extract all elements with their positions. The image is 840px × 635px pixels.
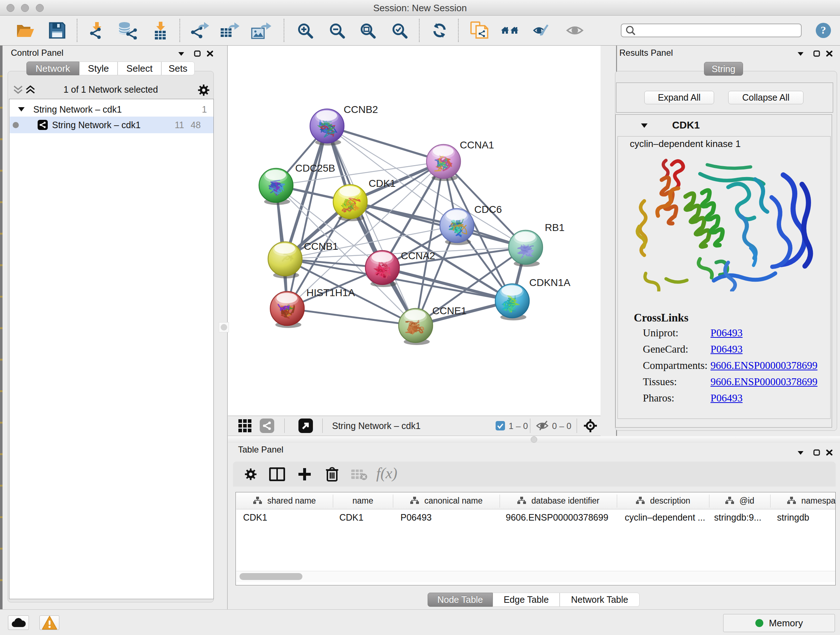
svg-text:RB1: RB1 <box>545 222 564 233</box>
svg-text:HIST1H1A: HIST1H1A <box>306 287 355 298</box>
svg-text:?: ? <box>821 24 826 36</box>
svg-text:CCNA1: CCNA1 <box>460 139 494 150</box>
svg-text:CCNE1: CCNE1 <box>432 305 467 317</box>
svg-text:CDC25B: CDC25B <box>295 163 335 174</box>
svg-text:CCNA2: CCNA2 <box>401 250 435 261</box>
svg-text:CCNB1: CCNB1 <box>304 241 338 252</box>
svg-text:CDK1: CDK1 <box>369 178 396 189</box>
svg-text:CCNB2: CCNB2 <box>344 104 378 115</box>
svg-text:CDC6: CDC6 <box>474 204 502 215</box>
svg-text:CDKN1A: CDKN1A <box>529 277 570 288</box>
